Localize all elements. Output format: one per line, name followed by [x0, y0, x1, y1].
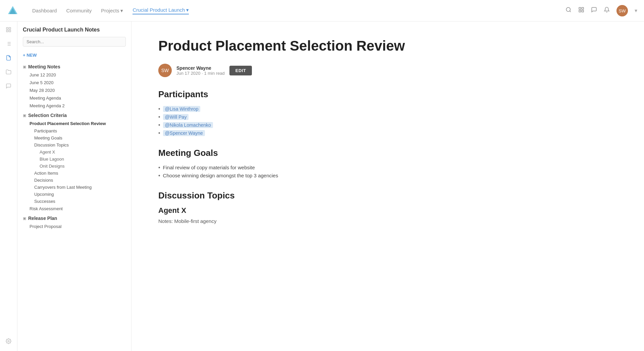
sidebar-title: Crucial Product Launch Notes — [17, 27, 131, 37]
logo — [7, 5, 19, 17]
meeting-goals-list: Final review of copy materials for websi… — [158, 164, 617, 180]
sidebar-group-meeting-notes: ▣ Meeting Notes June 12 2020 June 5 2020… — [17, 62, 131, 110]
sidebar-sub-discussion-topics[interactable]: Discussion Topics — [17, 141, 131, 149]
grid-icon[interactable] — [578, 7, 584, 14]
doc-author-info: Spencer Wayne Jun 17 2020 · 1 min read — [176, 65, 225, 76]
section-heading-discussion-topics: Discussion Topics — [158, 190, 617, 201]
mention-tag[interactable]: @Lisa Winthrop — [163, 106, 201, 112]
participants-list: @Lisa Winthrop @Will Pay @Nikola Lomache… — [158, 105, 617, 137]
sidebar-sub-carryovers[interactable]: Carryovers from Last Meeting — [17, 184, 131, 191]
section-discussion-topics: Discussion Topics Agent X Notes: Mobile-… — [158, 190, 617, 224]
icon-bar-grid[interactable] — [6, 27, 11, 34]
sidebar-item-project-proposal[interactable]: Project Proposal — [17, 223, 131, 230]
nav-projects[interactable]: Projects ▾ — [101, 8, 123, 14]
doc-meta: SW Spencer Wayne Jun 17 2020 · 1 min rea… — [158, 64, 617, 77]
list-item: @Lisa Winthrop — [158, 105, 617, 113]
chat-icon[interactable] — [591, 7, 597, 14]
sidebar-item-may-28[interactable]: May 28 2020 — [17, 86, 131, 94]
nav-right: SW ▾ — [566, 5, 637, 16]
section-heading-meeting-goals: Meeting Goals — [158, 148, 617, 158]
list-item: @Will Pay — [158, 113, 617, 121]
sidebar-sub-participants[interactable]: Participants — [17, 127, 131, 134]
mention-tag[interactable]: @Spencer Wayne — [163, 130, 205, 136]
sidebar-item-risk-assessment[interactable]: Risk Assessment — [17, 205, 131, 213]
icon-bar-comment[interactable] — [6, 83, 11, 91]
svg-point-18 — [8, 340, 9, 342]
sidebar-sub-sub-agent-x[interactable]: Agent X — [17, 149, 131, 156]
edit-button[interactable]: EDIT — [229, 66, 252, 75]
sidebar-sub-meeting-goals[interactable]: Meeting Goals — [17, 134, 131, 141]
svg-rect-2 — [579, 7, 581, 9]
sidebar-sub-upcoming[interactable]: Upcoming — [17, 191, 131, 198]
collapse-icon: ▣ — [23, 113, 26, 118]
icon-bar-settings[interactable] — [6, 338, 11, 346]
nav-crucial-product-launch[interactable]: Crucial Product Launch ▾ — [132, 7, 189, 14]
sidebar-item-meeting-agenda[interactable]: Meeting Agenda — [17, 94, 131, 102]
discussion-notes: Notes: Mobile-first agency — [158, 218, 617, 224]
sidebar-group-release-plan-header[interactable]: ▣ Release Plan — [17, 214, 131, 223]
section-participants: Participants @Lisa Winthrop @Will Pay @N… — [158, 89, 617, 137]
sidebar-sub-sub-onit-designs[interactable]: Onit Designs — [17, 163, 131, 170]
icon-bar-list[interactable] — [6, 41, 11, 48]
section-heading-participants: Participants — [158, 89, 617, 100]
icon-bar-doc[interactable] — [6, 55, 11, 62]
sidebar: Crucial Product Launch Notes + NEW ▣ Mee… — [17, 21, 131, 351]
sidebar-search-input[interactable] — [23, 37, 126, 47]
list-item: @Nikola Lomachenko — [158, 121, 617, 129]
discussion-subheading-agent-x: Agent X — [158, 206, 617, 215]
svg-point-0 — [566, 7, 570, 11]
doc-author-name: Spencer Wayne — [176, 65, 225, 71]
svg-rect-4 — [579, 10, 581, 12]
mention-tag[interactable]: @Will Pay — [163, 114, 189, 120]
svg-rect-5 — [582, 10, 584, 12]
main-content: Product Placement Selection Review SW Sp… — [131, 21, 644, 351]
sidebar-sub-successes[interactable]: Successes — [17, 198, 131, 205]
collapse-icon: ▣ — [23, 216, 26, 221]
svg-rect-8 — [6, 27, 8, 29]
sidebar-item-meeting-agenda-2[interactable]: Meeting Agenda 2 — [17, 102, 131, 110]
icon-bar-folder[interactable] — [6, 69, 11, 76]
svg-line-1 — [570, 11, 571, 12]
sidebar-group-meeting-notes-header[interactable]: ▣ Meeting Notes — [17, 62, 131, 71]
sidebar-group-release-plan: ▣ Release Plan Project Proposal — [17, 214, 131, 230]
section-meeting-goals: Meeting Goals Final review of copy mater… — [158, 148, 617, 180]
user-avatar[interactable]: SW — [616, 5, 628, 16]
nav-dashboard[interactable]: Dashboard — [32, 8, 57, 13]
svg-rect-9 — [9, 27, 11, 29]
search-icon[interactable] — [566, 7, 572, 14]
list-item: Final review of copy materials for websi… — [158, 164, 617, 172]
sidebar-sub-decisions[interactable]: Decisions — [17, 177, 131, 184]
bell-icon[interactable] — [604, 7, 610, 14]
sidebar-sub-action-items[interactable]: Action Items — [17, 170, 131, 177]
top-nav: Dashboard Community Projects ▾ Crucial P… — [0, 0, 644, 21]
sidebar-item-june-12[interactable]: June 12 2020 — [17, 71, 131, 79]
avatar-dropdown-icon[interactable]: ▾ — [635, 7, 637, 14]
nav-links: Dashboard Community Projects ▾ Crucial P… — [32, 7, 189, 14]
nav-community[interactable]: Community — [66, 8, 92, 13]
app-body: Crucial Product Launch Notes + NEW ▣ Mee… — [0, 21, 644, 351]
sidebar-new-button[interactable]: + NEW — [17, 51, 131, 60]
mention-tag[interactable]: @Nikola Lomachenko — [163, 122, 213, 128]
sidebar-item-product-placement[interactable]: Product Placement Selection Review — [17, 120, 131, 127]
sidebar-group-selection-criteria-header[interactable]: ▣ Selection Criteria — [17, 111, 131, 120]
collapse-icon: ▣ — [23, 65, 26, 69]
chevron-down-icon: ▾ — [186, 7, 189, 13]
doc-author-date: Jun 17 2020 · 1 min read — [176, 71, 225, 76]
svg-rect-11 — [9, 30, 11, 32]
doc-author-avatar: SW — [158, 64, 172, 77]
list-item: @Spencer Wayne — [158, 129, 617, 137]
sidebar-sub-sub-blue-lagoon[interactable]: Blue Lagoon — [17, 156, 131, 163]
sidebar-item-june-5[interactable]: June 5 2020 — [17, 79, 131, 86]
doc-title: Product Placement Selection Review — [158, 38, 617, 54]
sidebar-group-selection-criteria: ▣ Selection Criteria Product Placement S… — [17, 111, 131, 213]
svg-rect-10 — [6, 30, 8, 32]
svg-text:SW: SW — [619, 8, 626, 13]
list-item: Choose winning design amongst the top 3 … — [158, 172, 617, 180]
icon-bar — [0, 21, 17, 351]
svg-text:SW: SW — [161, 68, 169, 73]
svg-rect-3 — [582, 7, 584, 9]
chevron-down-icon: ▾ — [120, 8, 123, 14]
